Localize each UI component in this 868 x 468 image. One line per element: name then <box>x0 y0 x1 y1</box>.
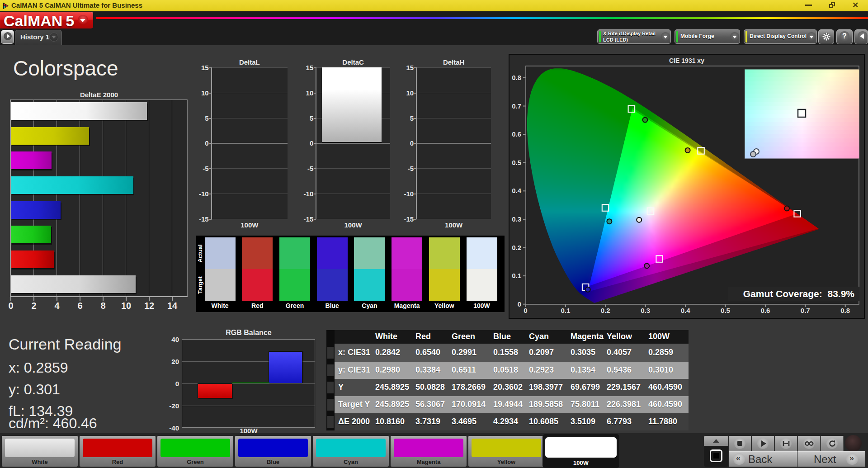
svg-text:0: 0 <box>518 300 521 308</box>
svg-text:0.6: 0.6 <box>512 130 521 138</box>
svg-text:0.4: 0.4 <box>681 307 691 314</box>
svg-text:0.6: 0.6 <box>760 307 770 314</box>
svg-text:0.8: 0.8 <box>512 74 521 81</box>
svg-text:0.7: 0.7 <box>512 102 521 110</box>
svg-text:0.2: 0.2 <box>601 307 610 314</box>
svg-text:0.5: 0.5 <box>512 159 521 166</box>
svg-text:0.3: 0.3 <box>512 215 521 223</box>
svg-text:0.4: 0.4 <box>512 187 522 194</box>
svg-text:0: 0 <box>524 307 527 314</box>
svg-text:0.1: 0.1 <box>561 307 570 314</box>
svg-text:0.8: 0.8 <box>840 307 850 314</box>
svg-text:0.3: 0.3 <box>641 307 650 314</box>
svg-text:0.1: 0.1 <box>512 272 521 279</box>
svg-text:0.5: 0.5 <box>721 307 730 314</box>
svg-text:0.2: 0.2 <box>512 244 521 251</box>
svg-text:0.7: 0.7 <box>801 307 810 314</box>
svg-text:Gamut Coverage: 83.9%: Gamut Coverage: 83.9% <box>743 288 855 299</box>
